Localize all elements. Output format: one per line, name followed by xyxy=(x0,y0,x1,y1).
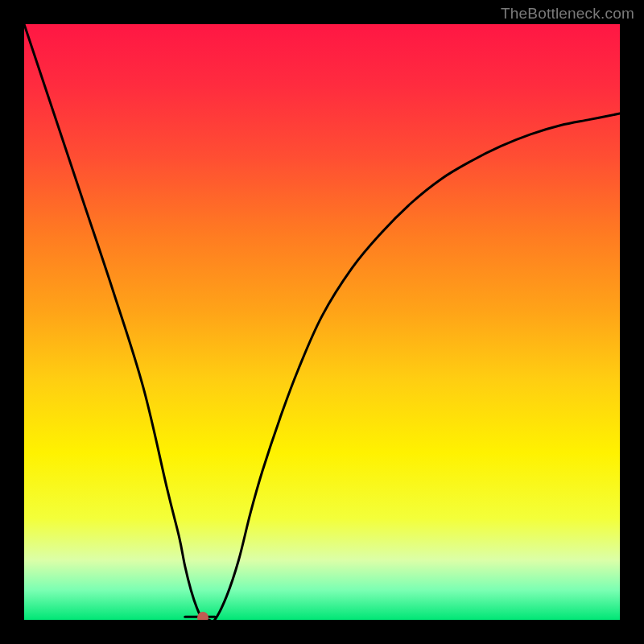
watermark-text: TheBottleneck.com xyxy=(501,5,634,23)
gradient-background xyxy=(24,24,620,620)
chart-plot xyxy=(24,24,620,620)
chart-frame: TheBottleneck.com xyxy=(0,0,644,644)
